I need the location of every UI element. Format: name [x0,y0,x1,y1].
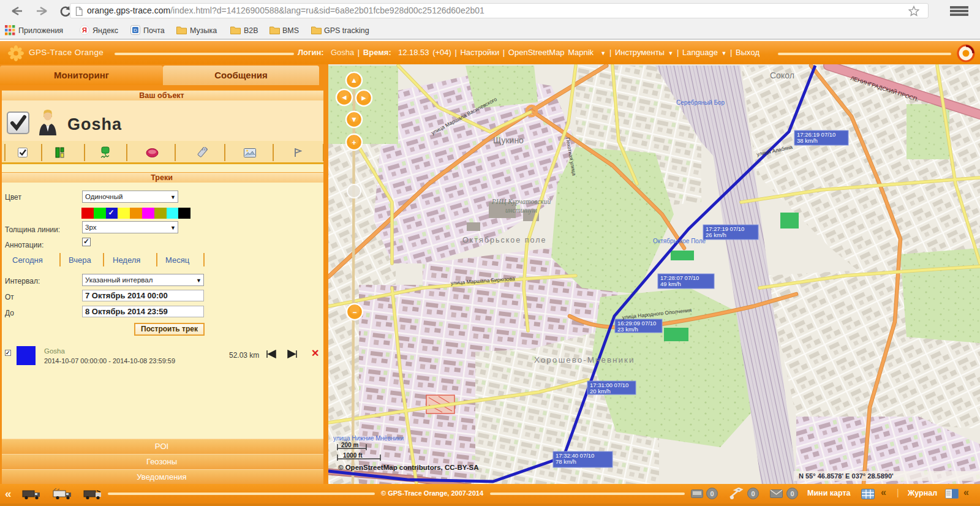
svg-text:Хорошево-Мневники: Хорошево-Мневники [534,355,635,364]
svg-text:институт: институт [505,206,537,214]
svg-text:© OpenStreetMap contributors,: © OpenStreetMap contributors, CC-BY-SA [338,464,479,471]
svg-text:Сокол: Сокол [770,70,794,80]
svg-text:РНЦ Курчатовский: РНЦ Курчатовский [491,198,551,206]
svg-text:▲: ▲ [350,76,358,85]
svg-text:►: ► [360,94,368,102]
svg-text:26 km/h: 26 km/h [706,232,726,238]
svg-text:Октябрьское поле: Октябрьское поле [462,236,546,244]
svg-text:N 55° 46.8578' E 037° 28.5890: N 55° 46.8578' E 037° 28.5890' [799,472,894,480]
svg-text:1000 ft: 1000 ft [343,452,363,459]
svg-text:49 km/h: 49 km/h [660,281,681,287]
svg-text:23 km/h: 23 km/h [617,326,638,333]
svg-text:D: D [134,28,137,33]
svg-text:20 km/h: 20 km/h [590,388,611,395]
svg-text:Серебряный Бор: Серебряный Бор [676,99,725,106]
svg-text:−: − [352,308,356,317]
svg-text:+: + [352,138,356,147]
svg-text:◄: ◄ [341,93,348,102]
svg-text:Щукино: Щукино [493,135,524,145]
svg-text:78 km/h: 78 km/h [556,458,576,465]
svg-text:Октябрьское Поле: Октябрьское Поле [653,238,706,244]
svg-text:Я: Я [82,26,87,34]
svg-text:улица Нижние Мнёвники: улица Нижние Мнёвники [333,435,404,442]
svg-text:38 km/h: 38 km/h [797,137,818,144]
svg-text:200 m: 200 m [341,442,358,448]
svg-text:▼: ▼ [350,115,358,124]
